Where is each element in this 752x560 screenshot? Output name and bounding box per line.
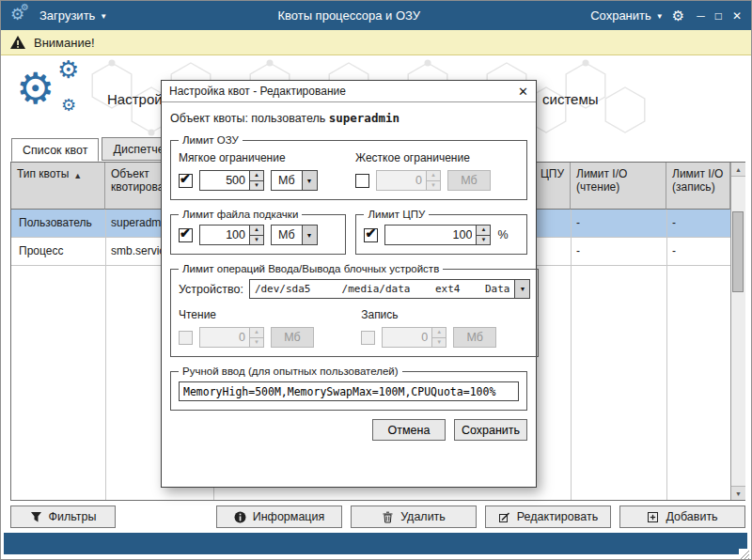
device-label: Устройство:	[179, 283, 243, 296]
device-combobox[interactable]: /dev/sda5 /media/data ext4 Data ▼	[249, 279, 531, 299]
ram-hard-value-input	[377, 171, 426, 190]
cpu-value-input[interactable]	[385, 226, 476, 244]
cell-quota-type: Процесс	[19, 244, 63, 257]
dialog-title: Настройка квот - Редактирование	[169, 85, 346, 98]
info-button[interactable]: Информация	[216, 506, 342, 528]
ram-hard-spinner: ▲ ▼	[376, 170, 441, 191]
io-limit-legend: Лимит операций Ввода/Вывода блочных устр…	[179, 263, 443, 274]
status-bar	[4, 533, 747, 554]
edit-button[interactable]: Редактировать	[485, 506, 611, 528]
dropdown-arrow-icon: ▼	[306, 178, 313, 184]
column-divider	[666, 163, 667, 500]
ram-hard-label: Жесткое ограничение	[355, 151, 519, 164]
column-header-io-read[interactable]: Лимит I/O (чтение)	[571, 163, 666, 210]
tab-quota-list[interactable]: Список квот	[11, 138, 99, 162]
bottom-toolbar: Фильтры Информация Удалить	[10, 506, 745, 528]
load-menu-button[interactable]: Загрузить ▼	[39, 8, 107, 23]
spin-up-icon: ▲	[427, 171, 440, 181]
ram-soft-spinner: ▲ ▼	[199, 170, 264, 191]
delete-button[interactable]: Удалить	[351, 506, 477, 528]
column-header-type[interactable]: Тип квоты ▲	[11, 163, 105, 210]
add-plus-icon	[647, 511, 659, 523]
titlebar: ⚙ ⚙ Загрузить ▼ Квоты процессора и ОЗУ С…	[1, 1, 751, 30]
swap-spinner: ▲ ▼	[199, 225, 264, 245]
manual-input-legend: Ручной ввод (для опытных пользователей)	[179, 366, 402, 377]
swap-unit-dropdown[interactable]: Мб ▼	[271, 225, 318, 245]
filters-button[interactable]: Фильтры	[10, 506, 116, 528]
column-divider	[571, 163, 572, 500]
dialog-save-button[interactable]: Сохранить	[454, 419, 527, 441]
ram-soft-unit-dropdown[interactable]: Мб ▼	[271, 170, 318, 191]
spin-down-icon[interactable]: ▼	[250, 181, 263, 191]
manual-input-group: Ручной ввод (для опытных пользователей)	[170, 366, 527, 411]
io-write-label: Запись	[361, 308, 530, 321]
spin-down-icon: ▼	[250, 338, 263, 348]
info-icon	[234, 511, 246, 523]
warning-triangle-icon	[9, 35, 26, 50]
manual-input[interactable]	[179, 381, 519, 401]
spin-up-icon[interactable]: ▲	[250, 226, 263, 236]
cpu-checkbox[interactable]	[364, 228, 378, 242]
minimize-button[interactable]: ─	[697, 9, 705, 23]
cell-quota-type: Пользователь	[19, 216, 92, 229]
ram-limit-legend: Лимит ОЗУ	[179, 134, 243, 146]
chevron-down-icon: ▼	[656, 10, 664, 21]
ram-soft-label: Мягкое ограничение	[179, 151, 342, 164]
scrollbar-thumb[interactable]	[732, 211, 744, 292]
io-write-checkbox	[361, 331, 375, 345]
scroll-up-icon: ▲	[735, 166, 742, 173]
chevron-down-icon: ▼	[100, 10, 107, 21]
spin-down-icon: ▼	[432, 338, 446, 348]
cell-io-write: -	[672, 244, 676, 257]
io-write-unit-dropdown: Мб	[453, 327, 496, 348]
close-button[interactable]: ✕	[732, 9, 742, 23]
app-window: ⚙ ⚙ Загрузить ▼ Квоты процессора и ОЗУ С…	[0, 0, 752, 560]
io-read-label: Чтение	[179, 308, 348, 321]
cell-io-read: -	[576, 216, 580, 229]
swap-limit-legend: Лимит файла подкачки	[179, 209, 302, 220]
maximize-button[interactable]: □	[715, 9, 722, 23]
warning-bar: Внимание!	[1, 30, 751, 55]
cpu-percent-suffix: %	[497, 228, 508, 241]
sort-ascending-icon: ▲	[73, 167, 82, 182]
app-gears-icon: ⚙ ⚙	[10, 7, 31, 25]
io-limit-group: Лимит операций Ввода/Вывода блочных устр…	[170, 263, 539, 357]
cpu-limit-group: Лимит ЦПУ ▲ ▼ %	[355, 209, 527, 255]
gears-logo: ⚙ ⚙ ⚙	[16, 59, 102, 125]
trash-icon	[382, 511, 394, 523]
dialog-cancel-button[interactable]: Отмена	[372, 419, 446, 441]
io-read-spinner: ▲ ▼	[199, 327, 264, 348]
scroll-down-button[interactable]: ▼	[731, 486, 745, 500]
spin-down-icon[interactable]: ▼	[250, 236, 263, 245]
vertical-scrollbar[interactable]: ▲ ▼	[730, 163, 745, 500]
scroll-down-icon: ▼	[735, 490, 742, 497]
column-divider	[105, 163, 106, 500]
resize-grip[interactable]	[739, 549, 750, 560]
scroll-up-button[interactable]: ▲	[731, 163, 745, 177]
dialog-close-button[interactable]: ✕	[518, 85, 528, 99]
swap-limit-group: Лимит файла подкачки ▲ ▼ Мб ▼	[170, 209, 346, 255]
device-value: /dev/sda5 /media/data ext4 Data	[250, 280, 515, 298]
io-read-checkbox	[179, 331, 193, 345]
spin-up-icon[interactable]: ▲	[250, 171, 263, 181]
swap-value-input[interactable]	[200, 226, 249, 244]
page-title-fragment-left: Настрой	[107, 91, 163, 107]
ram-hard-checkbox[interactable]	[355, 174, 369, 188]
spin-down-icon[interactable]: ▼	[477, 236, 490, 245]
spin-up-icon[interactable]: ▲	[477, 226, 490, 236]
spin-up-icon: ▲	[432, 328, 446, 338]
page-title-fragment-right: системы	[542, 91, 599, 107]
ram-soft-value-input[interactable]	[200, 171, 249, 190]
io-write-spinner: ▲ ▼	[382, 327, 446, 348]
settings-gear-icon[interactable]: ⚙	[672, 8, 684, 24]
add-button[interactable]: Добавить	[619, 506, 745, 528]
dialog-titlebar: Настройка квот - Редактирование ✕	[162, 81, 536, 102]
swap-checkbox[interactable]	[179, 228, 193, 242]
ram-soft-checkbox[interactable]	[179, 174, 193, 188]
load-menu-label: Загрузить	[39, 8, 95, 23]
quota-edit-dialog: Настройка квот - Редактирование ✕ Объект…	[161, 80, 537, 488]
save-menu-button[interactable]: Сохранить ▼	[590, 8, 664, 23]
cpu-limit-legend: Лимит ЦПУ	[364, 209, 429, 220]
spin-down-icon: ▼	[427, 181, 440, 191]
column-header-io-write[interactable]: Лимит I/O (запись)	[666, 163, 730, 210]
